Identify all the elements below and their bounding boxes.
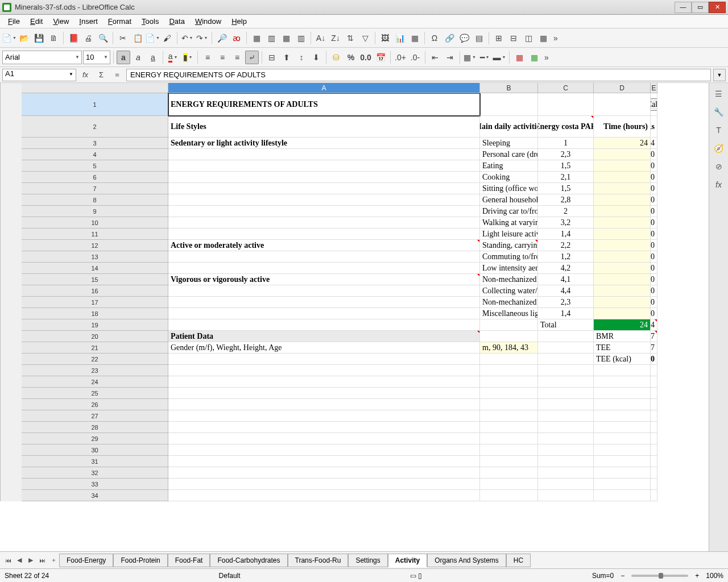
cell-B33[interactable] [480,479,538,490]
cell-B10[interactable]: Walking at varying paces without a load [480,217,538,228]
cell-D15[interactable] [594,274,651,285]
cell-D32[interactable] [594,467,651,479]
merge-icon[interactable]: ⊟ [265,51,279,64]
cell-B11[interactable]: Light leisure activities (watching TV, c… [480,228,538,240]
cell-E3[interactable]: 24 [651,138,657,149]
cell-A7[interactable] [168,183,480,194]
cell-D17[interactable] [594,297,651,308]
hyperlink-icon[interactable]: 🔗 [442,31,456,45]
cell-E34[interactable] [651,490,657,501]
cell-D25[interactable] [594,388,651,399]
cell-A11[interactable] [168,228,480,240]
column-header-B[interactable]: B [480,83,538,93]
select-all-corner[interactable] [22,83,168,93]
sort-icon[interactable]: ⇅ [344,31,357,45]
cell-E31[interactable] [651,456,657,467]
cell-E25[interactable] [651,388,657,399]
row-header-3[interactable]: 3 [22,138,168,149]
new-icon[interactable]: 📄▼ [2,31,16,45]
font-color-icon[interactable]: a▼ [166,51,180,64]
cell-style-icon[interactable]: ▦ [527,51,541,64]
border-color-icon[interactable]: ▬▼ [493,51,506,64]
cell-B3[interactable]: Sleeping [480,138,538,149]
cell-D4[interactable] [594,149,651,160]
cell-B22[interactable] [480,354,538,365]
cell-B20[interactable] [480,331,538,342]
cell-C1[interactable] [538,93,594,116]
menu-edit[interactable]: Edit [26,15,47,27]
cell-B25[interactable] [480,388,538,399]
cell-A18[interactable] [168,308,480,319]
cell-C10[interactable]: 3,2 [538,217,594,228]
cell-E13[interactable]: 0 [651,251,657,263]
cell-C25[interactable] [538,388,594,399]
cell-C7[interactable]: 1,5 [538,183,594,194]
undo-icon[interactable]: ↶▼ [180,31,194,45]
menu-view[interactable]: View [48,15,73,27]
cell-D29[interactable] [594,433,651,444]
row-header-29[interactable]: 29 [22,433,168,444]
number-icon[interactable]: 0.0 [359,51,373,64]
row-header-27[interactable]: 27 [22,410,168,422]
column-header-D[interactable]: D [594,83,651,93]
cell-E8[interactable]: 0 [651,194,657,206]
cell-D7[interactable] [594,183,651,194]
cell-B23[interactable] [480,365,538,376]
cell-C6[interactable]: 2,1 [538,172,594,183]
name-box[interactable]: A1▼ [2,69,76,81]
menu-help[interactable]: Help [227,15,251,27]
cell-A33[interactable] [168,479,480,490]
font-size-input[interactable] [83,51,110,64]
cell-C9[interactable]: 2 [538,206,594,217]
cell-C27[interactable] [538,410,594,422]
cell-A20[interactable]: Patient Data [168,331,480,342]
cell-E21[interactable]: 8,07 [651,342,657,354]
cell-C31[interactable] [538,456,594,467]
cell-E1[interactable]: Calc [651,93,657,116]
cell-C5[interactable]: 1,5 [538,160,594,172]
row-header-6[interactable]: 6 [22,172,168,183]
formula-input[interactable]: ENERGY REQUIREMENTS OF ADULTS [126,69,711,81]
row-header-10[interactable]: 10 [22,217,168,228]
sheet-tab-settings[interactable]: Settings [348,554,387,567]
row-header-25[interactable]: 25 [22,388,168,399]
function-icon[interactable]: = [110,69,124,81]
cell-D13[interactable] [594,251,651,263]
wrap-text-icon[interactable]: ⤶ [245,51,259,64]
cell-A1[interactable]: ENERGY REQUIREMENTS OF ADULTS [168,93,480,116]
cell-D14[interactable] [594,263,651,274]
indent-dec-icon[interactable]: ⇤ [428,51,442,64]
pivot-icon[interactable]: ▦ [408,31,421,45]
save-icon[interactable]: 💾 [32,31,46,45]
more-icon[interactable]: » [551,31,560,45]
close-button[interactable]: ✕ [709,2,726,13]
tab-first-icon[interactable]: ⏮ [2,555,14,566]
formula-expand-icon[interactable]: ▼ [713,69,726,81]
cell-B31[interactable] [480,456,538,467]
cell-E30[interactable] [651,444,657,456]
cell-D11[interactable] [594,228,651,240]
status-sum[interactable]: Sum=0 [592,572,614,580]
cell-A24[interactable] [168,376,480,388]
cell-B24[interactable] [480,376,538,388]
row-header-26[interactable]: 26 [22,399,168,410]
valign-top-icon[interactable]: ⬆ [280,51,293,64]
tab-add-icon[interactable]: ＋ [48,555,59,566]
cell-A25[interactable] [168,388,480,399]
redo-icon[interactable]: ↷▼ [195,31,209,45]
cell-C8[interactable]: 2,8 [538,194,594,206]
cell-C17[interactable]: 2,3 [538,297,594,308]
cell-B28[interactable] [480,422,538,433]
cell-C22[interactable] [538,354,594,365]
sort-desc-icon[interactable]: Z↓ [329,31,342,45]
menu-file[interactable]: File [3,15,24,27]
cell-D18[interactable] [594,308,651,319]
autofilter-icon[interactable]: ▽ [358,31,372,45]
menu-insert[interactable]: Insert [75,15,102,27]
currency-icon[interactable]: ⛁ [329,51,343,64]
cell-A28[interactable] [168,422,480,433]
cell-D33[interactable] [594,479,651,490]
cell-A19[interactable] [168,319,480,331]
sheet-tab-food-carbohydrates[interactable]: Food-Carbohydrates [210,554,287,567]
cell-D20[interactable]: BMR [594,331,651,342]
